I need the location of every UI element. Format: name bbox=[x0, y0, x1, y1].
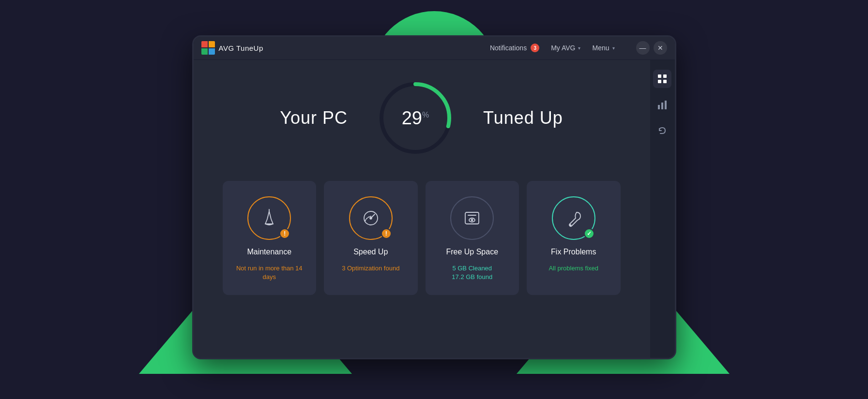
speedup-title: Speed Up bbox=[353, 248, 388, 256]
score-value: 29% bbox=[402, 108, 429, 128]
laptop-frame: AVG TuneUp Notifications 3 My AVG ▾ Menu… bbox=[192, 35, 676, 359]
svg-rect-3 bbox=[663, 80, 667, 83]
svg-point-14 bbox=[569, 224, 571, 226]
speedup-warning-badge: ! bbox=[381, 228, 392, 239]
logo-quadrant-red bbox=[201, 41, 208, 47]
sidebar-grid-icon[interactable] bbox=[653, 70, 671, 88]
titlebar: AVG TuneUp Notifications 3 My AVG ▾ Menu… bbox=[194, 37, 675, 60]
fixproblems-card[interactable]: ✓ Fix Problems All problems fixed bbox=[527, 181, 621, 295]
svg-point-9 bbox=[370, 217, 372, 219]
sidebar-chart-icon[interactable] bbox=[653, 96, 671, 114]
titlebar-right: Notifications 3 My AVG ▾ Menu ▾ — ✕ bbox=[490, 41, 667, 55]
main-content: Your PC 29% Tuned Up bbox=[194, 60, 650, 358]
score-section: Your PC 29% Tuned Up bbox=[223, 79, 621, 157]
close-button[interactable]: ✕ bbox=[654, 41, 667, 55]
maintenance-card[interactable]: ! Maintenance Not run in more than 14 da… bbox=[223, 181, 317, 295]
tuned-up-label: Tuned Up bbox=[483, 108, 563, 128]
fixproblems-success-badge: ✓ bbox=[584, 228, 594, 239]
maintenance-status: Not run in more than 14 days bbox=[232, 264, 307, 281]
app-title: AVG TuneUp bbox=[219, 44, 263, 52]
freeupspace-status-line1: 5 GB Cleaned bbox=[452, 264, 492, 273]
myavg-chevron-down-icon: ▾ bbox=[578, 45, 580, 51]
window-controls: — ✕ bbox=[636, 41, 667, 55]
myavg-button[interactable]: My AVG ▾ bbox=[551, 44, 580, 52]
score-percent-sign: % bbox=[422, 111, 429, 119]
speedometer-icon bbox=[360, 207, 381, 229]
svg-point-12 bbox=[472, 219, 473, 221]
svg-rect-1 bbox=[663, 74, 667, 78]
disk-icon bbox=[461, 207, 483, 229]
broom-icon bbox=[259, 207, 280, 229]
notifications-badge: 3 bbox=[531, 44, 539, 52]
avg-logo bbox=[201, 41, 215, 55]
freeupspace-status: 5 GB Cleaned 17.2 GB found bbox=[452, 264, 492, 281]
menu-label: Menu bbox=[592, 44, 609, 52]
speedup-status: 3 Optimization found bbox=[342, 264, 399, 273]
svg-rect-4 bbox=[658, 105, 660, 109]
logo-quadrant-orange bbox=[209, 41, 215, 47]
logo-quadrant-blue bbox=[209, 48, 215, 55]
freeupspace-icon-wrapper bbox=[450, 196, 494, 240]
score-circle: 29% bbox=[377, 79, 454, 157]
cards-row: ! Maintenance Not run in more than 14 da… bbox=[223, 181, 621, 295]
score-number: 29 bbox=[402, 108, 422, 128]
freeupspace-title: Free Up Space bbox=[446, 248, 498, 256]
maintenance-warning-badge: ! bbox=[279, 228, 290, 239]
wrench-icon bbox=[563, 207, 584, 229]
logo-quadrant-green bbox=[201, 48, 208, 55]
svg-rect-2 bbox=[658, 80, 661, 83]
myavg-label: My AVG bbox=[551, 44, 575, 52]
fixproblems-title: Fix Problems bbox=[551, 248, 596, 256]
freeupspace-icon-circle bbox=[450, 196, 494, 240]
svg-rect-0 bbox=[658, 74, 661, 78]
menu-chevron-down-icon: ▾ bbox=[612, 45, 615, 51]
speedup-card[interactable]: ! Speed Up 3 Optimization found bbox=[324, 181, 418, 295]
speedup-icon-wrapper: ! bbox=[349, 196, 393, 240]
svg-rect-5 bbox=[661, 103, 663, 109]
freeupspace-status-line2: 17.2 GB found bbox=[452, 273, 492, 281]
logo-area: AVG TuneUp bbox=[201, 41, 263, 55]
maintenance-icon-wrapper: ! bbox=[247, 196, 291, 240]
your-pc-label: Your PC bbox=[280, 108, 348, 128]
fixproblems-icon-wrapper: ✓ bbox=[552, 196, 595, 240]
notifications-button[interactable]: Notifications 3 bbox=[490, 44, 539, 52]
menu-button[interactable]: Menu ▾ bbox=[592, 44, 614, 52]
notifications-label: Notifications bbox=[490, 44, 527, 52]
minimize-button[interactable]: — bbox=[636, 41, 650, 55]
score-display: 29% bbox=[402, 109, 429, 127]
right-sidebar bbox=[650, 60, 675, 358]
sidebar-undo-icon[interactable] bbox=[653, 122, 671, 140]
freeupspace-card[interactable]: Free Up Space 5 GB Cleaned 17.2 GB found bbox=[426, 181, 519, 295]
maintenance-title: Maintenance bbox=[247, 248, 291, 256]
fixproblems-status: All problems fixed bbox=[548, 264, 598, 273]
svg-rect-6 bbox=[665, 101, 667, 109]
